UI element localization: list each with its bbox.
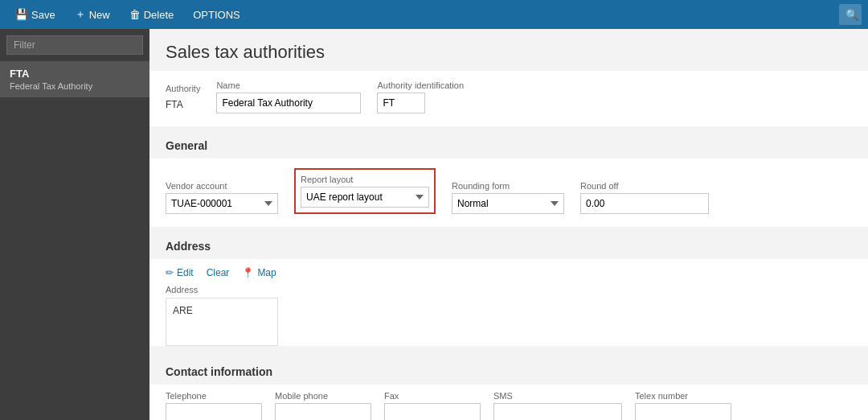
mobile-phone-label: Mobile phone bbox=[275, 391, 371, 401]
rounding-form-select[interactable]: Normal Up Down bbox=[452, 193, 564, 214]
name-field: Name bbox=[216, 80, 361, 113]
address-actions: ✏ Edit Clear 📍 Map bbox=[149, 259, 868, 285]
edit-address-button[interactable]: ✏ Edit bbox=[166, 267, 194, 278]
authority-form-row: Authority FTA Name Authority identificat… bbox=[166, 80, 852, 113]
main-layout: FTA Federal Tax Authority Sales tax auth… bbox=[0, 29, 868, 420]
mobile-phone-input[interactable] bbox=[275, 403, 371, 420]
fax-input[interactable] bbox=[384, 403, 481, 420]
report-layout-label: Report layout bbox=[301, 175, 429, 184]
mobile-phone-field: Mobile phone bbox=[275, 391, 371, 420]
vendor-account-label: Vendor account bbox=[166, 181, 278, 191]
address-section-title: Address bbox=[149, 230, 868, 259]
round-off-field: Round off bbox=[580, 181, 709, 214]
rounding-form-field: Rounding form Normal Up Down bbox=[452, 181, 564, 214]
fax-label: Fax bbox=[384, 391, 481, 401]
search-button[interactable]: 🔍 bbox=[839, 4, 862, 25]
edit-icon: ✏ bbox=[166, 267, 174, 278]
map-icon: 📍 bbox=[242, 267, 254, 278]
content-area: Sales tax authorities Authority FTA Name… bbox=[149, 29, 868, 420]
address-section: Address ✏ Edit Clear 📍 Map Address ARE bbox=[149, 230, 868, 346]
new-button[interactable]: ＋ New bbox=[67, 3, 118, 26]
vendor-account-field: Vendor account TUAE-000001 bbox=[166, 181, 278, 214]
page-title: Sales tax authorities bbox=[166, 42, 852, 63]
authority-section: Authority FTA Name Authority identificat… bbox=[149, 71, 868, 126]
delete-button[interactable]: 🗑 Delete bbox=[121, 3, 182, 26]
authority-label: Authority bbox=[166, 84, 200, 93]
name-input[interactable] bbox=[216, 93, 361, 113]
contact-section-title: Contact information bbox=[149, 356, 868, 385]
fax-field: Fax bbox=[384, 391, 481, 420]
name-label: Name bbox=[216, 80, 361, 90]
new-icon: ＋ bbox=[75, 7, 86, 22]
telex-label: Telex number bbox=[635, 391, 731, 401]
sidebar: FTA Federal Tax Authority bbox=[0, 29, 149, 420]
search-icon: 🔍 bbox=[845, 9, 859, 21]
address-box: ARE bbox=[166, 298, 278, 346]
sidebar-item-title: FTA bbox=[10, 68, 140, 80]
sms-label: SMS bbox=[493, 391, 622, 401]
round-off-input[interactable] bbox=[580, 193, 709, 214]
address-value: ARE bbox=[173, 305, 193, 316]
options-button[interactable]: OPTIONS bbox=[185, 3, 248, 26]
sidebar-filter-input[interactable] bbox=[6, 35, 143, 55]
sidebar-item-fta[interactable]: FTA Federal Tax Authority bbox=[0, 61, 149, 97]
sidebar-item-subtitle: Federal Tax Authority bbox=[10, 81, 140, 91]
contact-grid: Telephone Mobile phone Fax SMS Telex num… bbox=[149, 385, 868, 420]
save-icon: 💾 bbox=[14, 8, 28, 21]
new-label: New bbox=[89, 9, 110, 21]
save-label: Save bbox=[31, 9, 55, 21]
telephone-input[interactable] bbox=[166, 403, 262, 420]
map-label: Map bbox=[257, 267, 276, 278]
general-section-title: General bbox=[149, 130, 868, 159]
options-label: OPTIONS bbox=[193, 9, 240, 21]
report-layout-select[interactable]: UAE report layout Default Custom bbox=[301, 187, 429, 208]
toolbar: 💾 Save ＋ New 🗑 Delete OPTIONS 🔍 bbox=[0, 0, 868, 29]
vendor-account-select[interactable]: TUAE-000001 bbox=[166, 193, 278, 214]
sms-field: SMS bbox=[493, 391, 622, 420]
sms-input[interactable] bbox=[493, 403, 622, 420]
rounding-form-label: Rounding form bbox=[452, 181, 564, 191]
telex-field: Telex number bbox=[635, 391, 731, 420]
address-field-label: Address bbox=[149, 285, 868, 298]
authority-value: FTA bbox=[166, 96, 200, 113]
authority-id-input[interactable] bbox=[377, 93, 425, 113]
delete-icon: 🗑 bbox=[129, 8, 141, 21]
general-section: General Vendor account TUAE-000001 Repor… bbox=[149, 130, 868, 227]
report-layout-field: Report layout UAE report layout Default … bbox=[294, 168, 436, 214]
general-section-body: Vendor account TUAE-000001 Report layout… bbox=[149, 159, 868, 227]
round-off-label: Round off bbox=[580, 181, 709, 191]
telex-input[interactable] bbox=[635, 403, 731, 420]
general-form-row: Vendor account TUAE-000001 Report layout… bbox=[166, 168, 852, 214]
clear-address-button[interactable]: Clear bbox=[207, 267, 230, 278]
authority-field: Authority FTA bbox=[166, 84, 200, 113]
map-address-button[interactable]: 📍 Map bbox=[242, 267, 276, 278]
clear-label: Clear bbox=[207, 267, 230, 278]
telephone-field: Telephone bbox=[166, 391, 262, 420]
telephone-label: Telephone bbox=[166, 391, 262, 401]
contact-section: Contact information Telephone Mobile pho… bbox=[149, 356, 868, 420]
authority-id-field: Authority identification bbox=[377, 80, 464, 113]
save-button[interactable]: 💾 Save bbox=[6, 3, 63, 26]
delete-label: Delete bbox=[144, 9, 174, 21]
page-header: Sales tax authorities bbox=[149, 29, 868, 71]
edit-label: Edit bbox=[177, 267, 194, 278]
authority-id-label: Authority identification bbox=[377, 80, 464, 90]
